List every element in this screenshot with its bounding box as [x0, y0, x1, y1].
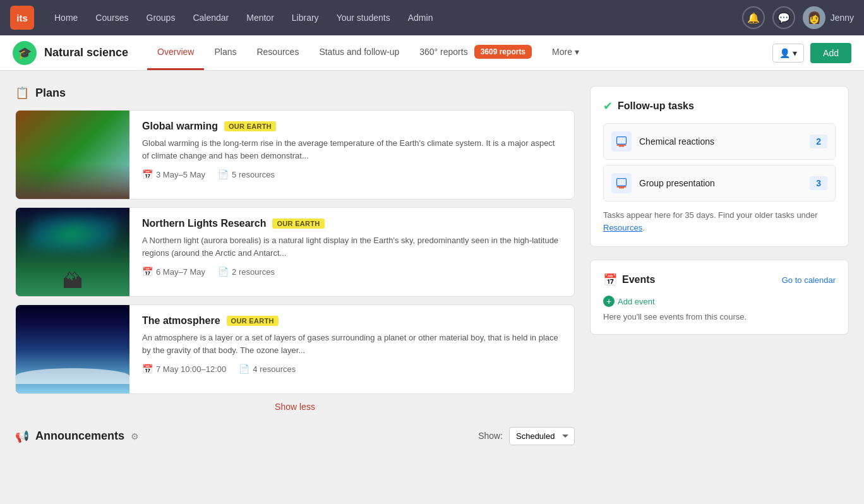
person-icon: 👤	[779, 48, 790, 58]
plan-date-atmosphere: 7 May 10:00–12:00	[156, 364, 226, 374]
plan-desc-northern-lights: A Northern light (aurora borealis) is a …	[142, 234, 561, 259]
follow-up-title: Follow-up tasks	[618, 100, 694, 112]
document-icon: 📄	[218, 267, 229, 277]
task-label-chemical: Chemical reactions	[639, 136, 810, 147]
plan-tag-global-warming: OUR EARTH	[224, 121, 276, 131]
plan-card-atmosphere[interactable]: The atmosphere OUR EARTH An atmosphere i…	[15, 304, 575, 394]
gear-icon[interactable]: ⚙	[131, 431, 139, 441]
chevron-down-icon: ▾	[793, 48, 797, 58]
follow-up-section: ✔ Follow-up tasks Chemical reactions 2	[590, 86, 849, 247]
tab-overview[interactable]: Overview	[147, 35, 204, 70]
left-column: 📋 Plans Global warming OUR EARTH Global …	[15, 86, 575, 445]
user-profile[interactable]: 👩 Jenny	[803, 6, 854, 29]
task-icon-group	[611, 173, 632, 193]
plan-meta-northern-lights: 📅 6 May–7 May 📄 2 resources	[142, 267, 561, 277]
announcements-title: Announcements	[35, 429, 124, 443]
plans-icon: 📋	[15, 86, 29, 100]
nav-home[interactable]: Home	[47, 8, 85, 28]
sec-nav-right: 👤 ▾ Add	[772, 43, 851, 63]
nav-admin[interactable]: Admin	[400, 8, 441, 28]
plan-desc-atmosphere: An atmosphere is a layer or a set of lay…	[142, 332, 561, 356]
plan-tag-atmosphere: OUR EARTH	[227, 316, 279, 326]
task-label-group: Group presentation	[639, 178, 810, 188]
plan-body-northern-lights: Northern Lights Research OUR EARTH A Nor…	[129, 208, 574, 296]
nav-groups[interactable]: Groups	[139, 8, 183, 28]
plan-title-global-warming: Global warming	[142, 121, 218, 132]
events-empty-note: Here you'll see events from this course.	[603, 312, 836, 321]
course-title: Natural science	[44, 46, 128, 59]
go-to-calendar-link[interactable]: Go to calendar	[782, 275, 836, 285]
tab-360-reports[interactable]: 360° reports 3609 reports	[409, 35, 542, 70]
nav-courses[interactable]: Courses	[88, 8, 136, 28]
show-select[interactable]: Scheduled All Published Draft	[509, 427, 575, 445]
resources-link[interactable]: Resources	[603, 223, 642, 232]
show-less-link[interactable]: Show less	[275, 402, 315, 412]
calendar-icon: 📅	[142, 364, 153, 374]
tab-status-followup[interactable]: Status and follow-up	[309, 35, 409, 70]
plan-resources-northern-lights: 2 resources	[232, 267, 275, 277]
messages-button[interactable]: 💬	[772, 6, 795, 29]
reports-badge: 3609 reports	[474, 45, 532, 59]
svg-rect-3	[617, 179, 627, 186]
top-nav-right: 🔔 💬 👩 Jenny	[742, 6, 854, 29]
app-logo[interactable]: its	[10, 6, 34, 30]
nav-library[interactable]: Library	[284, 8, 327, 28]
plan-card-global-warming[interactable]: Global warming OUR EARTH Global warming …	[15, 110, 575, 200]
nav-calendar[interactable]: Calendar	[185, 8, 236, 28]
calendar-icon: 📅	[142, 169, 153, 179]
plan-image-atmosphere	[16, 305, 129, 393]
add-event-link[interactable]: + Add event	[603, 296, 655, 307]
add-event-plus-icon: +	[603, 296, 615, 307]
plan-resources-atmosphere: 4 resources	[253, 364, 296, 374]
course-icon: 🎓	[13, 41, 37, 65]
events-actions: + Add event	[603, 296, 836, 307]
plan-desc-global-warming: Global warming is the long-term rise in …	[142, 137, 561, 162]
events-header: 📅 Events Go to calendar	[603, 273, 836, 287]
megaphone-icon: 📢	[15, 429, 29, 443]
user-switcher[interactable]: 👤 ▾	[772, 44, 804, 63]
plan-date-northern-lights: 6 May–7 May	[156, 267, 205, 277]
plan-meta-global-warming: 📅 3 May–5 May 📄 5 resources	[142, 169, 561, 179]
document-icon: 📄	[218, 169, 229, 179]
show-label: Show:	[478, 431, 503, 441]
plan-title-atmosphere: The atmosphere	[142, 315, 220, 327]
plan-body-atmosphere: The atmosphere OUR EARTH An atmosphere i…	[129, 305, 574, 393]
task-row-chemical-reactions[interactable]: Chemical reactions 2	[603, 123, 836, 160]
task-icon-chemical	[611, 131, 632, 152]
tab-resources[interactable]: Resources	[246, 35, 309, 70]
tab-plans[interactable]: Plans	[204, 35, 246, 70]
add-button[interactable]: Add	[810, 43, 851, 63]
plans-section-header: 📋 Plans	[15, 86, 575, 100]
plan-tag-northern-lights: OUR EARTH	[272, 219, 324, 229]
plan-resources-global-warming: 5 resources	[232, 170, 275, 179]
task-count-group: 3	[810, 176, 827, 190]
plan-image-global-warming	[16, 111, 129, 199]
events-header-left: 📅 Events	[603, 273, 655, 287]
main-content: 📋 Plans Global warming OUR EARTH Global …	[0, 71, 864, 460]
task-count-chemical: 2	[810, 135, 827, 148]
plan-body-global-warming: Global warming OUR EARTH Global warming …	[129, 111, 574, 199]
nav-mentor[interactable]: Mentor	[239, 8, 282, 28]
plan-card-northern-lights[interactable]: Northern Lights Research OUR EARTH A Nor…	[15, 207, 575, 297]
events-section: 📅 Events Go to calendar + Add event Here…	[590, 260, 849, 335]
chevron-down-icon: ▾	[575, 47, 579, 57]
task-row-group-presentation[interactable]: Group presentation 3	[603, 165, 836, 201]
events-title: Events	[622, 274, 655, 285]
svg-rect-0	[617, 137, 627, 145]
announcements-header: 📢 Announcements ⚙ Show: Scheduled All Pu…	[15, 427, 575, 445]
check-icon: ✔	[603, 99, 613, 113]
document-icon: 📄	[239, 364, 249, 374]
plans-title: Plans	[35, 87, 66, 100]
notification-bell-button[interactable]: 🔔	[742, 6, 765, 29]
plan-meta-atmosphere: 📅 7 May 10:00–12:00 📄 4 resources	[142, 364, 561, 374]
top-navbar: its Home Courses Groups Calendar Mentor …	[0, 0, 864, 35]
show-less-container: Show less	[15, 402, 575, 412]
calendar-icon: 📅	[142, 267, 153, 277]
right-column: ✔ Follow-up tasks Chemical reactions 2	[590, 86, 849, 445]
nav-your-students[interactable]: Your students	[329, 8, 398, 28]
sec-nav-tabs: Overview Plans Resources Status and foll…	[147, 35, 772, 70]
avatar: 👩	[803, 6, 825, 29]
follow-up-note: Tasks appear here for 35 days. Find your…	[603, 209, 836, 234]
plan-date-global-warming: 3 May–5 May	[156, 170, 205, 179]
tab-more[interactable]: More ▾	[542, 35, 589, 70]
